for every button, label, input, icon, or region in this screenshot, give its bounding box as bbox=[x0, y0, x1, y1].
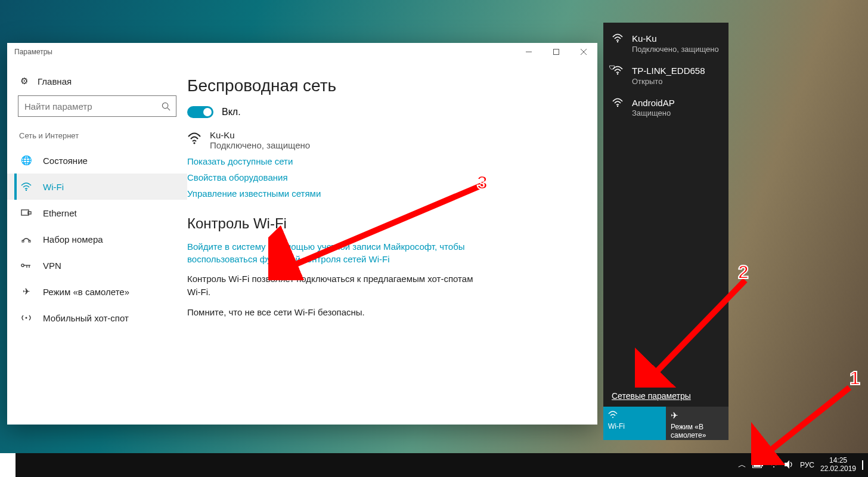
search-icon bbox=[156, 102, 176, 111]
tile-airplane[interactable]: ✈ Режим «В самолете» bbox=[666, 407, 728, 440]
svg-point-4 bbox=[162, 103, 168, 108]
nav-vpn[interactable]: VPN bbox=[7, 252, 187, 278]
start-area[interactable] bbox=[0, 453, 16, 477]
nav-airplane[interactable]: ✈ Режим «в самолете» bbox=[7, 278, 187, 305]
svg-point-11 bbox=[21, 264, 24, 267]
titlebar[interactable]: Параметры bbox=[7, 43, 597, 61]
network-item[interactable]: Ku-Ku Подключено, защищено bbox=[603, 27, 728, 60]
section-label: Сеть и Интернет bbox=[7, 123, 187, 147]
wifi-icon bbox=[612, 33, 625, 54]
wifi-icon bbox=[187, 130, 202, 148]
link-hardware-props[interactable]: Свойства оборудования bbox=[187, 172, 574, 182]
link-known-networks[interactable]: Управление известными сетями bbox=[187, 188, 574, 199]
svg-rect-10 bbox=[29, 240, 30, 242]
svg-point-19 bbox=[617, 105, 618, 106]
search-input[interactable] bbox=[18, 101, 156, 111]
body-text-2: Помните, что не все сети Wi-Fi безопасны… bbox=[187, 306, 473, 319]
svg-point-20 bbox=[612, 417, 613, 418]
clock[interactable]: 14:25 22.02.2019 bbox=[820, 457, 856, 473]
svg-point-17 bbox=[617, 41, 618, 42]
tile-label: Режим «В самолете» bbox=[671, 423, 724, 439]
svg-line-5 bbox=[167, 107, 169, 110]
shield-icon: 🛡 bbox=[609, 64, 615, 71]
gear-icon: ⚙ bbox=[20, 76, 28, 86]
annotation-number-2: 2 bbox=[738, 262, 749, 281]
nav-ethernet[interactable]: Ethernet bbox=[7, 200, 187, 226]
home-label: Главная bbox=[38, 76, 72, 86]
content-pane: Беспроводная сеть Вкл. Ku-Ku Подключено,… bbox=[187, 61, 597, 425]
svg-point-6 bbox=[26, 190, 27, 191]
time: 14:25 bbox=[820, 457, 856, 465]
network-status: Подключено, защищено bbox=[632, 45, 719, 54]
link-show-available[interactable]: Показать доступные сети bbox=[187, 156, 574, 166]
connected-network[interactable]: Ku-Ku Подключено, защищено bbox=[187, 130, 574, 150]
taskbar: ︿ РУС 14:25 22.02.2019 bbox=[0, 453, 868, 477]
notifications-icon[interactable] bbox=[862, 461, 863, 469]
language-indicator[interactable]: РУС bbox=[800, 461, 814, 469]
section-title: Контроль Wi-Fi bbox=[187, 215, 574, 232]
svg-rect-9 bbox=[22, 240, 24, 242]
phone-icon bbox=[20, 235, 32, 243]
ethernet-icon bbox=[20, 209, 32, 217]
network-item[interactable]: AndroidAP Защищено bbox=[603, 92, 728, 124]
network-item[interactable]: 🛡 TP-LINK_EDD658 Открыто bbox=[603, 60, 728, 92]
minimize-button[interactable] bbox=[515, 43, 542, 61]
wifi-icon bbox=[608, 410, 661, 420]
wifi-icon bbox=[20, 182, 32, 191]
network-name: AndroidAP bbox=[632, 98, 675, 109]
network-name: TP-LINK_EDD658 bbox=[632, 66, 705, 77]
window-title: Параметры bbox=[14, 48, 52, 56]
date: 22.02.2019 bbox=[820, 465, 856, 473]
svg-point-15 bbox=[26, 317, 27, 319]
network-status: Открыто bbox=[632, 77, 705, 86]
network-flyout: Ku-Ku Подключено, защищено 🛡 TP-LINK_EDD… bbox=[603, 23, 728, 440]
network-status: Подключено, защищено bbox=[210, 140, 310, 150]
search-box[interactable] bbox=[18, 95, 176, 117]
wifi-tray-icon[interactable] bbox=[769, 460, 779, 470]
svg-rect-23 bbox=[754, 463, 761, 467]
home-button[interactable]: ⚙ Главная bbox=[7, 69, 187, 93]
nav-hotspot[interactable]: Мобильный хот-спот bbox=[7, 305, 187, 331]
system-tray: ︿ РУС 14:25 22.02.2019 bbox=[738, 457, 868, 473]
volume-icon[interactable] bbox=[785, 460, 794, 470]
svg-point-18 bbox=[617, 73, 618, 75]
svg-point-24 bbox=[773, 466, 774, 467]
network-status: Защищено bbox=[632, 109, 675, 117]
tile-wifi[interactable]: Wi-Fi bbox=[603, 407, 666, 440]
body-text-1: Контроль Wi-Fi позволяет подключаться к … bbox=[187, 272, 473, 299]
network-name: Ku-Ku bbox=[632, 33, 719, 45]
nav-dialup[interactable]: Набор номера bbox=[7, 226, 187, 252]
svg-rect-1 bbox=[554, 49, 559, 55]
wifi-toggle[interactable] bbox=[187, 106, 213, 118]
svg-point-16 bbox=[193, 142, 195, 144]
close-button[interactable] bbox=[570, 43, 597, 61]
battery-icon[interactable] bbox=[752, 460, 763, 470]
nav-status[interactable]: 🌐 Состояние bbox=[7, 147, 187, 174]
annotation-number-1: 1 bbox=[850, 368, 860, 388]
svg-rect-7 bbox=[21, 210, 29, 215]
sidebar: ⚙ Главная Сеть и Интернет 🌐 Состояние Wi… bbox=[7, 61, 187, 425]
network-name: Ku-Ku bbox=[210, 130, 310, 140]
annotation-number-3: 3 bbox=[477, 173, 488, 192]
settings-window: Параметры ⚙ Главная Сеть и Интернет 🌐 bbox=[7, 43, 597, 425]
airplane-icon: ✈ bbox=[20, 286, 32, 297]
link-signin[interactable]: Войдите в систему с помощью учетной запи… bbox=[187, 240, 473, 265]
wifi-icon bbox=[612, 98, 625, 118]
maximize-button[interactable] bbox=[542, 43, 570, 61]
globe-icon: 🌐 bbox=[20, 155, 32, 166]
tile-label: Wi-Fi bbox=[608, 422, 661, 430]
page-title: Беспроводная сеть bbox=[187, 76, 574, 95]
vpn-icon bbox=[20, 261, 32, 270]
nav-wifi[interactable]: Wi-Fi bbox=[7, 174, 187, 200]
tray-chevron-up-icon[interactable]: ︿ bbox=[738, 460, 746, 470]
toggle-label: Вкл. bbox=[222, 107, 241, 117]
airplane-icon: ✈ bbox=[671, 410, 724, 421]
svg-rect-22 bbox=[762, 464, 763, 466]
svg-marker-25 bbox=[785, 460, 789, 469]
wifi-open-icon: 🛡 bbox=[612, 66, 625, 86]
hotspot-icon bbox=[20, 314, 32, 322]
annotation-arrow-1 bbox=[751, 382, 858, 465]
network-settings-link[interactable]: Сетевые параметры bbox=[603, 391, 728, 407]
svg-line-31 bbox=[763, 388, 850, 456]
